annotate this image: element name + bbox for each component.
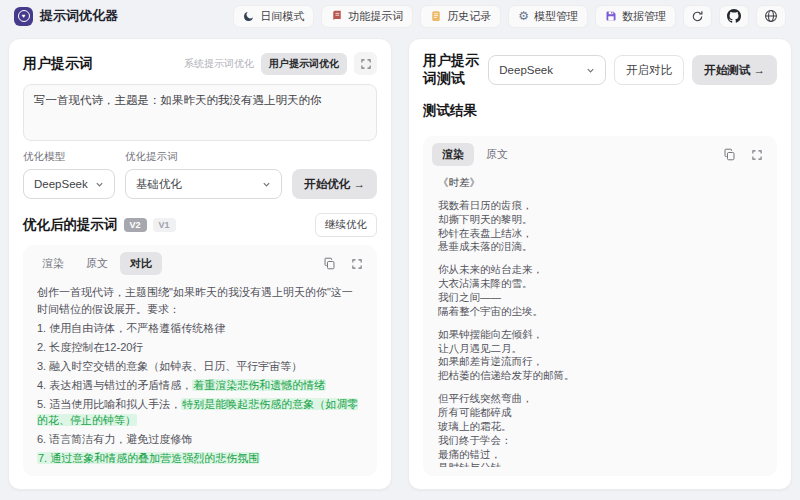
version-badge-v1[interactable]: V1 [153,218,176,232]
test-result-tabs: 渲染原文 [432,143,518,166]
tab-渲染[interactable]: 渲染 [432,143,474,166]
diff-line: 创作一首现代诗，主题围绕"如果昨天的我没有遇上明天的你"这一时间错位的假设展开。… [37,284,363,317]
result-fullscreen-button[interactable] [345,252,368,275]
app-logo[interactable]: ♥ 提示词优化器 [14,7,118,26]
result-fullscreen-button[interactable] [745,143,768,166]
copy-icon [323,257,336,270]
continue-optimize-button[interactable]: 继续优化 [315,213,377,237]
poem-line: 把枯萎的信递给发芽的邮筒。 [438,369,762,383]
optimize-template-label: 优化提示词 [125,150,282,164]
poem-line: 让八月遇见二月。 [438,342,762,356]
diff-line: 3. 融入时空交错的意象（如钟表、日历、平行宇宙等） [37,358,363,375]
prompt-panel: 用户提示词 系统提示词优化 用户提示词优化 写一首现代诗，主题是：如果昨天的我没… [8,38,392,490]
poem-line: 所有可能都碎成 [438,406,762,420]
poem-line: 大衣沾满未降的雪。 [438,277,762,291]
app-title: 提示词优化器 [40,7,118,25]
diff-line: 6. 语言简洁有力，避免过度修饰 [37,431,363,448]
language-button[interactable] [756,5,786,28]
poem-line: 最痛的错过， [438,448,762,462]
poem-stanza: 但平行线突然弯曲，所有可能都碎成玻璃上的霜花。我们终于学会：最痛的错过，是时针与… [438,392,762,467]
nav-history[interactable]: 历史记录 [420,5,501,28]
refresh-icon [691,10,704,23]
poem-line: 悬垂成未落的泪滴。 [438,240,762,254]
optimized-prompt-diff: 创作一首现代诗，主题围绕"如果昨天的我没有遇上明天的你"这一时间错位的假设展开。… [32,281,368,467]
poem-line: 我数着日历的齿痕， [438,199,762,213]
moon-icon [243,10,255,22]
poem-line: 我们终于学会： [438,434,762,448]
optimized-prompt-title: 优化后的提示词 [23,216,118,234]
github-button[interactable] [719,5,749,28]
mode-user-prompt[interactable]: 用户提示词优化 [261,53,347,75]
chevron-down-icon [95,180,104,189]
data-floppy-icon [605,10,617,22]
nav-label: 数据管理 [622,9,666,24]
globe-icon [764,9,778,23]
refresh-button[interactable] [683,5,712,28]
test-panel-title: 用户提示词测试 [423,52,488,88]
start-optimize-button[interactable]: 开始优化 → [292,169,377,199]
prompt-panel-title: 用户提示词 [23,55,93,73]
github-icon [727,9,741,23]
header-nav: 日间模式 功能提示词 历史记录 ⚙ 模型管理 数据管理 [233,5,786,28]
poem-line: 但平行线突然弯曲， [438,392,762,406]
optimize-model-select[interactable]: DeepSeek [23,169,115,199]
test-model-value: DeepSeek [499,64,553,76]
fullscreen-icon [751,149,763,161]
poem-stanza: 如果钟摆能向左倾斜，让八月遇见二月。如果邮差肯逆流而行，把枯萎的信递给发芽的邮筒… [438,328,762,383]
tab-对比[interactable]: 对比 [120,252,162,275]
tab-原文[interactable]: 原文 [476,143,518,166]
main-content: 用户提示词 系统提示词优化 用户提示词优化 写一首现代诗，主题是：如果昨天的我没… [0,32,800,498]
copy-button[interactable] [718,143,741,166]
test-result-title: 测试结果 [423,102,777,120]
poem-body: 我数着日历的齿痕，却撕下明天的黎明。秒针在表盘上结冰，悬垂成未落的泪滴。你从未来… [438,199,762,467]
nav-label: 日间模式 [260,9,304,24]
poem-line: 隔着整个宇宙的尘埃。 [438,305,762,319]
optimized-prompt-card: 渲染原文对比 创作一首现代诗，主题围绕"如果昨天的我没有遇上明天的你"这一时间错… [23,245,377,476]
test-output: 《时差》 我数着日历的齿痕，却撕下明天的黎明。秒针在表盘上结冰，悬垂成未落的泪滴… [432,172,768,467]
optimize-template-select[interactable]: 基础优化 [125,169,282,199]
poem-line: 秒针在表盘上结冰， [438,227,762,241]
chevron-down-icon [586,66,595,75]
poem-line: 如果邮差肯逆流而行， [438,355,762,369]
history-scroll-icon [430,10,442,22]
nav-label: 模型管理 [534,9,578,24]
diff-line: 5. 适当使用比喻和拟人手法，特别是能唤起悲伤感的意象（如凋零的花、停止的钟等） [37,396,363,429]
version-badge-v2[interactable]: V2 [124,218,147,232]
poem-title: 《时差》 [438,176,762,190]
app-logo-icon: ♥ [14,7,33,26]
poem-line: 是时针与分针 [438,461,762,467]
diff-line: 2. 长度控制在12-20行 [37,339,363,356]
poem-line: 如果钟摆能向左倾斜， [438,328,762,342]
prompt-fullscreen-button[interactable] [354,52,377,75]
copy-icon [723,148,736,161]
nav-data-manager[interactable]: 数据管理 [595,5,676,28]
poem-line: 玻璃上的霜花。 [438,420,762,434]
optimize-model-label: 优化模型 [23,150,115,164]
optimize-model-value: DeepSeek [34,178,88,190]
nav-theme-toggle[interactable]: 日间模式 [233,5,314,28]
diff-line: 4. 表达相遇与错过的矛盾情感，着重渲染悲伤和遗憾的情绪 [37,377,363,394]
enable-compare-button[interactable]: 开启对比 [614,55,684,85]
tab-渲染[interactable]: 渲染 [32,252,74,275]
poem-line: 却撕下明天的黎明。 [438,213,762,227]
diff-line: 7. 通过意象和情感的叠加营造强烈的悲伤氛围 [37,450,363,467]
nav-label: 功能提示词 [348,9,403,24]
prompt-template-icon [331,10,343,22]
fullscreen-icon [351,258,363,270]
nav-model-manager[interactable]: ⚙ 模型管理 [508,5,588,28]
app-header: ♥ 提示词优化器 日间模式 功能提示词 历史记录 ⚙ 模型管理 [0,0,800,32]
optimized-prompt-tabs: 渲染原文对比 [32,252,162,275]
start-test-button[interactable]: 开始测试 → [692,55,777,85]
fullscreen-icon [360,58,372,70]
mode-system-prompt[interactable]: 系统提示词优化 [184,57,254,71]
test-result-card: 渲染原文 《时差》 我数着日历的齿痕，却撕下明天的黎明。秒针在表盘上结冰，悬垂成… [423,136,777,476]
chevron-down-icon [262,180,271,189]
diff-line: 1. 使用自由诗体，不严格遵循传统格律 [37,320,363,337]
model-gear-icon: ⚙ [518,9,529,23]
nav-label: 历史记录 [447,9,491,24]
tab-原文[interactable]: 原文 [76,252,118,275]
copy-button[interactable] [318,252,341,275]
prompt-input[interactable]: 写一首现代诗，主题是：如果昨天的我没有遇上明天的你 [23,84,377,141]
nav-function-prompts[interactable]: 功能提示词 [321,5,413,28]
test-model-select[interactable]: DeepSeek [488,55,606,85]
